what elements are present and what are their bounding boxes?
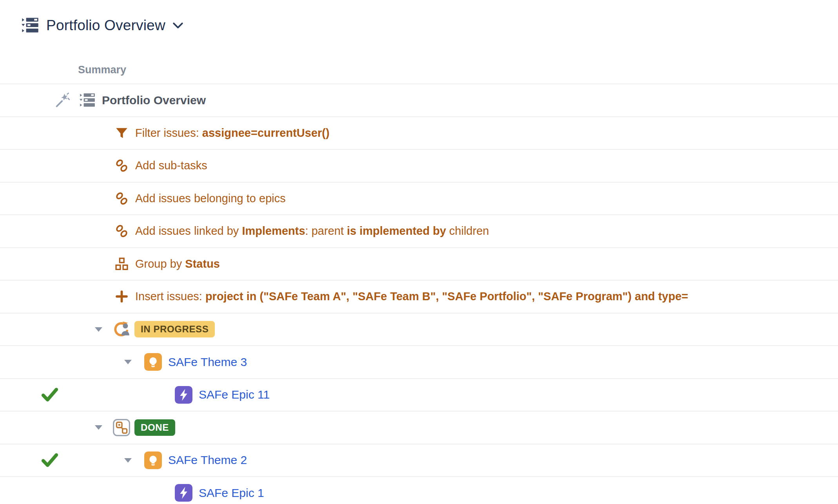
structure-header: Portfolio Overview Summary	[0, 0, 838, 83]
row-content: SAFe Theme 3	[0, 346, 838, 378]
row-generator-add-epic-issues[interactable]: Add issues belonging to epics	[0, 182, 838, 215]
generator-text-segment: is implemented by	[347, 225, 446, 237]
column-header-summary[interactable]: Summary	[78, 64, 126, 76]
row-content: Filter issues: assignee=currentUser()	[0, 117, 838, 149]
structure-icon	[21, 17, 39, 34]
page-title: Portfolio Overview	[46, 17, 165, 34]
issue-link[interactable]: SAFe Theme 3	[168, 355, 247, 369]
generator-text-segment: Add issues belonging to epics	[135, 192, 286, 205]
generator-text[interactable]: Filter issues: assignee=currentUser()	[135, 127, 330, 140]
expand-triangle-icon[interactable]	[123, 457, 132, 463]
link-icon	[115, 159, 128, 172]
generator-text-segment: assignee=currentUser()	[202, 127, 330, 139]
structure-name: Portfolio Overview	[102, 94, 206, 107]
theme-icon	[144, 451, 162, 469]
row-structure-root[interactable]: Portfolio Overview	[0, 83, 838, 116]
generator-text[interactable]: Add issues linked by Implements: parent …	[135, 225, 489, 237]
generator-text-segment: : parent	[305, 225, 347, 237]
row-issue-safe-theme-2[interactable]: SAFe Theme 2	[0, 444, 838, 477]
status-badge: IN PROGRESS	[134, 321, 215, 337]
theme-icon	[144, 353, 162, 371]
status-badge: DONE	[134, 419, 175, 436]
structure-grid: Portfolio OverviewFilter issues: assigne…	[0, 83, 838, 504]
status-in-progress-icon	[112, 320, 131, 338]
link-icon	[115, 192, 128, 205]
row-group-done[interactable]: DONE	[0, 411, 838, 444]
row-generator-add-linked[interactable]: Add issues linked by Implements: parent …	[0, 214, 838, 247]
generator-text-segment: Add sub-tasks	[135, 159, 207, 172]
structure-icon	[79, 93, 96, 108]
generator-text-segment: Add issues linked by	[135, 225, 242, 237]
generator-text-segment: Status	[185, 257, 220, 270]
row-content: DONE	[0, 412, 838, 444]
generator-text-segment: project in ("SAFe Team A", "SAFe Team B"…	[205, 290, 688, 303]
row-content: Group by Status	[0, 248, 838, 280]
generator-text-segment: Group by	[135, 257, 185, 270]
generator-text-segment: Implements	[242, 225, 305, 237]
expand-triangle-icon[interactable]	[94, 424, 103, 430]
wand-icon[interactable]	[55, 92, 71, 108]
generator-text-segment: Insert issues:	[135, 290, 205, 303]
group-icon	[115, 257, 128, 270]
link-icon	[115, 225, 128, 237]
workflow-icon	[112, 419, 131, 437]
structure-title-button[interactable]: Portfolio Overview	[21, 17, 183, 34]
generator-text[interactable]: Insert issues: project in ("SAFe Team A"…	[135, 290, 688, 303]
row-content: Portfolio Overview	[0, 84, 838, 116]
plus-icon	[115, 290, 128, 303]
issue-link[interactable]: SAFe Theme 2	[168, 453, 247, 467]
row-generator-group-by[interactable]: Group by Status	[0, 247, 838, 280]
row-generator-insert[interactable]: Insert issues: project in ("SAFe Team A"…	[0, 280, 838, 313]
row-issue-safe-theme-3[interactable]: SAFe Theme 3	[0, 345, 838, 378]
check-icon	[42, 388, 58, 402]
row-content: Insert issues: project in ("SAFe Team A"…	[0, 281, 838, 313]
expand-triangle-icon[interactable]	[94, 326, 103, 332]
generator-text-segment: Filter issues:	[135, 127, 202, 139]
row-content: IN PROGRESS	[0, 314, 838, 346]
row-content: SAFe Theme 2	[0, 444, 838, 477]
epic-icon	[175, 484, 192, 502]
row-content: Add issues linked by Implements: parent …	[0, 215, 838, 247]
check-icon	[42, 453, 58, 467]
row-group-in-progress[interactable]: IN PROGRESS	[0, 313, 838, 346]
expand-triangle-icon[interactable]	[123, 359, 132, 365]
row-issue-safe-epic-11[interactable]: SAFe Epic 11	[0, 378, 838, 411]
generator-text[interactable]: Group by Status	[135, 257, 220, 270]
row-content: Add sub-tasks	[0, 150, 838, 182]
row-content: SAFe Epic 1	[0, 477, 838, 504]
chevron-down-icon[interactable]	[172, 22, 183, 29]
epic-icon	[175, 386, 192, 404]
issue-link[interactable]: SAFe Epic 11	[199, 388, 270, 401]
issue-link[interactable]: SAFe Epic 1	[199, 486, 264, 500]
row-issue-safe-epic-1[interactable]: SAFe Epic 1	[0, 476, 838, 504]
filter-icon	[115, 127, 128, 140]
row-content: Add issues belonging to epics	[0, 183, 838, 215]
row-content: SAFe Epic 11	[0, 379, 838, 411]
generator-text[interactable]: Add sub-tasks	[135, 159, 207, 172]
row-generator-filter[interactable]: Filter issues: assignee=currentUser()	[0, 116, 838, 149]
generator-text[interactable]: Add issues belonging to epics	[135, 192, 286, 205]
generator-text-segment: children	[446, 225, 489, 237]
row-generator-add-subtasks[interactable]: Add sub-tasks	[0, 149, 838, 182]
